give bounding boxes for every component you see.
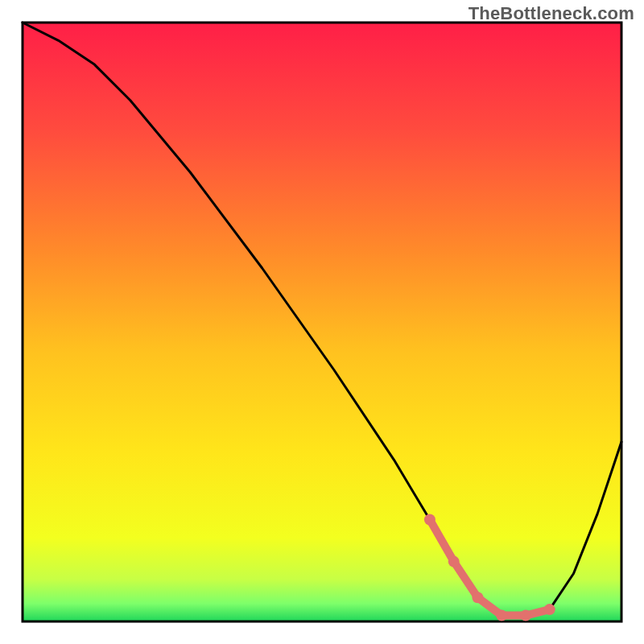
optimal-range-point xyxy=(496,610,507,621)
optimal-range-point xyxy=(544,604,555,615)
optimal-range-point xyxy=(520,610,531,621)
watermark-text: TheBottleneck.com xyxy=(469,3,634,24)
optimal-range-point xyxy=(448,556,460,568)
gradient-background xyxy=(23,23,621,621)
bottleneck-chart xyxy=(0,0,644,644)
chart-container: TheBottleneck.com xyxy=(0,0,644,644)
optimal-range-point xyxy=(472,592,483,603)
optimal-range-point xyxy=(424,514,436,526)
